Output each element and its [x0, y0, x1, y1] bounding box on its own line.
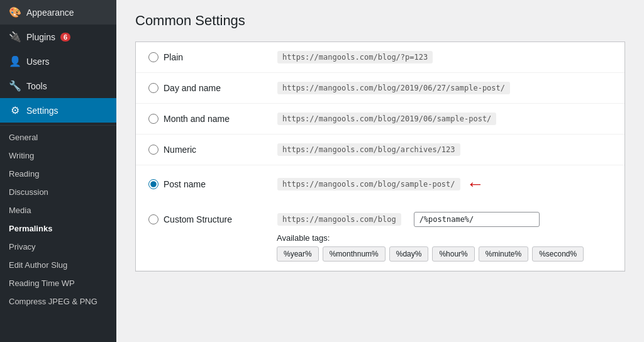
sidebar-sub-item-writing[interactable]: Writing: [0, 146, 116, 165]
permalink-row-month-and-name: Month and name https://mangools.com/blog…: [136, 104, 625, 135]
permalink-url-month-and-name: https://mangools.com/blog/2019/06/sample…: [277, 113, 496, 125]
tag-btn-year[interactable]: %year%: [277, 246, 319, 262]
radio-plain[interactable]: [148, 52, 158, 62]
tools-icon: 🔧: [9, 80, 21, 92]
permalink-label-post-name[interactable]: Post name: [148, 179, 265, 189]
sidebar-label-tools: Tools: [26, 81, 47, 91]
badge-plugins: 6: [60, 33, 70, 41]
permalink-label-month-and-name[interactable]: Month and name: [148, 114, 265, 124]
sidebar-item-settings[interactable]: ⚙ Settings: [0, 98, 116, 123]
radio-post-name[interactable]: [148, 179, 158, 189]
permalink-url-numeric: https://mangools.com/blog/archives/123: [277, 143, 460, 156]
sidebar-item-appearance[interactable]: 🎨 Appearance: [0, 0, 116, 25]
permalink-url-day-and-name: https://mangools.com/blog/2019/06/27/sam…: [277, 82, 510, 94]
tag-btn-second[interactable]: %second%: [532, 246, 584, 262]
users-icon: 👤: [9, 55, 21, 67]
custom-structure-radio[interactable]: [148, 214, 158, 224]
tag-btn-monthnum[interactable]: %monthnum%: [323, 246, 386, 262]
sidebar-item-plugins[interactable]: 🔌 Plugins 6: [0, 25, 116, 49]
red-arrow-icon: ←: [467, 174, 484, 194]
post-name-url-wrapper: https://mangools.com/blog/sample-post/ ←: [277, 174, 484, 194]
custom-structure-row: Custom Structure https://mangools.com/bl…: [136, 203, 625, 271]
tag-btn-minute[interactable]: %minute%: [479, 246, 528, 262]
permalink-label-numeric[interactable]: Numeric: [148, 145, 265, 155]
sidebar-sub-item-compress-jpeg[interactable]: Compress JPEG & PNG: [0, 292, 116, 311]
sidebar-sub-item-edit-author-slug[interactable]: Edit Author Slug: [0, 256, 116, 274]
radio-day-and-name[interactable]: [148, 83, 158, 93]
sidebar-sub-item-general[interactable]: General: [0, 128, 116, 146]
common-settings-card: Plain https://mangools.com/blog/?p=123 D…: [135, 41, 625, 272]
permalink-row-post-name: Post name https://mangools.com/blog/samp…: [136, 165, 625, 203]
sidebar-sub-item-reading-time-wp[interactable]: Reading Time WP: [0, 274, 116, 292]
custom-structure-input[interactable]: [414, 212, 540, 227]
custom-url-prefix: https://mangools.com/blog: [277, 213, 401, 226]
permalink-row-plain: Plain https://mangools.com/blog/?p=123: [136, 42, 625, 73]
permalink-url-plain: https://mangools.com/blog/?p=123: [277, 51, 433, 63]
plugins-icon: 🔌: [9, 31, 21, 43]
permalink-url-post-name: https://mangools.com/blog/sample-post/: [277, 178, 460, 190]
page-title: Common Settings: [135, 13, 625, 29]
sidebar-item-users[interactable]: 👤 Users: [0, 49, 116, 74]
sidebar-sub-item-media[interactable]: Media: [0, 201, 116, 219]
main-content: Common Settings Plain https://mangools.c…: [116, 0, 644, 342]
available-tags-section: Available tags: %year%%monthnum%%day%%ho…: [277, 233, 612, 262]
sidebar-sub-item-privacy[interactable]: Privacy: [0, 238, 116, 256]
sidebar-label-users: Users: [26, 57, 50, 67]
sidebar: 🎨 Appearance 🔌 Plugins 6👤 Users 🔧 Tools …: [0, 0, 116, 342]
radio-numeric[interactable]: [148, 145, 158, 155]
permalink-label-day-and-name[interactable]: Day and name: [148, 83, 265, 93]
settings-icon: ⚙: [9, 104, 21, 116]
permalink-label-plain[interactable]: Plain: [148, 52, 265, 62]
tag-btn-hour[interactable]: %hour%: [432, 246, 474, 262]
sidebar-label-settings: Settings: [26, 106, 58, 116]
tag-btn-day[interactable]: %day%: [389, 246, 429, 262]
sidebar-sub-item-discussion[interactable]: Discussion: [0, 183, 116, 201]
sidebar-sub-item-permalinks[interactable]: Permalinks: [0, 219, 116, 238]
permalink-row-day-and-name: Day and name https://mangools.com/blog/2…: [136, 73, 625, 104]
available-tags-label: Available tags:: [277, 233, 612, 243]
sidebar-label-appearance: Appearance: [26, 8, 74, 18]
permalink-row-numeric: Numeric https://mangools.com/blog/archiv…: [136, 135, 625, 165]
appearance-icon: 🎨: [9, 6, 21, 18]
sidebar-item-tools[interactable]: 🔧 Tools: [0, 74, 116, 98]
custom-structure-label[interactable]: Custom Structure: [148, 214, 265, 224]
sidebar-label-plugins: Plugins: [26, 32, 55, 42]
sidebar-sub-item-reading[interactable]: Reading: [0, 165, 116, 183]
radio-month-and-name[interactable]: [148, 114, 158, 124]
tags-list: %year%%monthnum%%day%%hour%%minute%%seco…: [277, 246, 612, 262]
